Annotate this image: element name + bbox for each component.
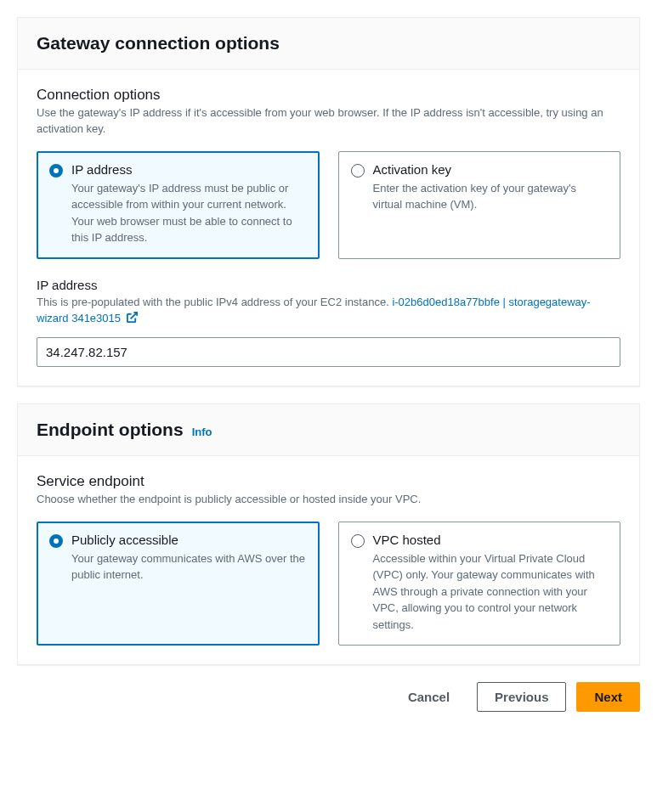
endpoint-panel-header: Endpoint options Info [18, 404, 639, 456]
ip-field-help-text: This is pre-populated with the public IP… [37, 296, 392, 308]
tile-vpc-title: VPC hosted [373, 533, 609, 547]
endpoint-panel-title: Endpoint options [37, 420, 184, 440]
tile-pa-content: Publicly accessible Your gateway communi… [71, 533, 307, 584]
connection-section-title: Connection options [37, 87, 620, 104]
tile-activation-title: Activation key [373, 162, 609, 177]
radio-activation-key[interactable] [351, 164, 365, 178]
tile-ip-content: IP address Your gateway's IP address mus… [71, 162, 307, 246]
endpoint-section-desc: Choose whether the endpoint is publicly … [37, 492, 620, 508]
radio-vpc-hosted[interactable] [351, 534, 365, 548]
ip-address-input[interactable] [37, 337, 620, 367]
gateway-panel-header: Gateway connection options [18, 18, 639, 70]
radio-publicly-accessible[interactable] [49, 534, 63, 548]
next-button[interactable]: Next [576, 682, 640, 712]
gateway-panel-body: Connection options Use the gateway's IP … [18, 70, 639, 386]
endpoint-info-link[interactable]: Info [192, 426, 212, 438]
tile-activation-desc: Enter the activation key of your gateway… [373, 180, 609, 213]
tile-pa-desc: Your gateway communicates with AWS over … [71, 550, 307, 584]
tile-vpc-hosted[interactable]: VPC hosted Accessible within your Virtua… [338, 522, 621, 646]
ip-field-label: IP address [37, 278, 620, 292]
endpoint-panel-body: Service endpoint Choose whether the endp… [18, 456, 639, 664]
endpoint-tile-row: Publicly accessible Your gateway communi… [37, 522, 620, 646]
tile-publicly-accessible[interactable]: Publicly accessible Your gateway communi… [37, 522, 320, 646]
gateway-connection-panel: Gateway connection options Connection op… [17, 17, 640, 386]
gateway-panel-title: Gateway connection options [37, 33, 280, 54]
footer-buttons: Cancel Previous Next [17, 682, 640, 712]
endpoint-options-panel: Endpoint options Info Service endpoint C… [17, 403, 640, 665]
tile-ip-address[interactable]: IP address Your gateway's IP address mus… [37, 151, 320, 259]
tile-vpc-content: VPC hosted Accessible within your Virtua… [373, 533, 609, 634]
tile-activation-key[interactable]: Activation key Enter the activation key … [338, 151, 621, 259]
radio-ip-address[interactable] [49, 164, 63, 178]
connection-tile-row: IP address Your gateway's IP address mus… [37, 151, 620, 259]
ip-field-help: This is pre-populated with the public IP… [37, 294, 620, 329]
tile-vpc-desc: Accessible within your Virtual Private C… [373, 550, 609, 634]
ip-address-field-block: IP address This is pre-populated with th… [37, 278, 620, 367]
tile-activation-content: Activation key Enter the activation key … [373, 162, 609, 213]
previous-button[interactable]: Previous [477, 682, 566, 712]
tile-ip-title: IP address [71, 162, 307, 177]
external-link-icon [126, 311, 139, 329]
tile-ip-desc: Your gateway's IP address must be public… [71, 180, 307, 246]
cancel-button[interactable]: Cancel [391, 683, 467, 711]
tile-pa-title: Publicly accessible [71, 533, 307, 547]
endpoint-section-title: Service endpoint [37, 473, 620, 490]
connection-section-desc: Use the gateway's IP address if it's acc… [37, 105, 620, 138]
